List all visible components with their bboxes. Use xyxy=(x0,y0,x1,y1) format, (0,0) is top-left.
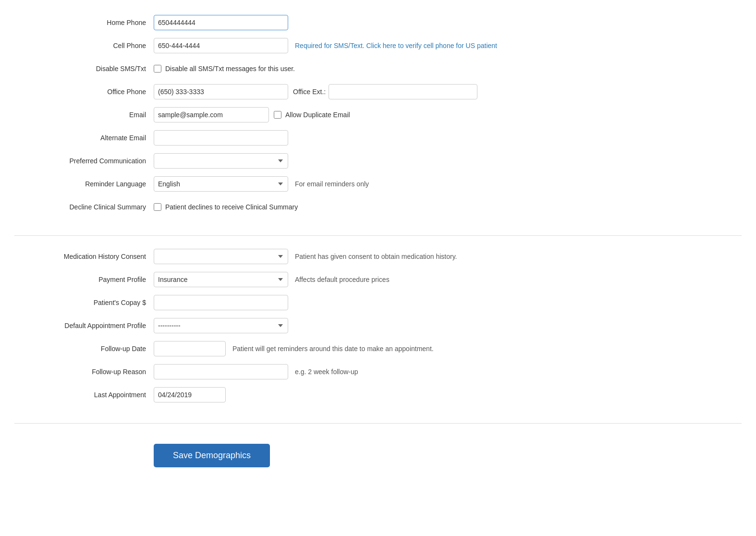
disable-sms-label: Disable SMS/Txt xyxy=(14,65,154,73)
medication-history-consent-hint: Patient has given consent to obtain medi… xyxy=(295,253,457,260)
patients-copay-input[interactable] xyxy=(154,295,288,310)
email-label: Email xyxy=(14,111,154,119)
followup-reason-hint: e.g. 2 week follow-up xyxy=(295,368,358,376)
cell-phone-input[interactable] xyxy=(154,38,288,53)
followup-date-row: Follow-up Date Patient will get reminder… xyxy=(14,341,742,357)
last-appointment-row: Last Appointment xyxy=(14,387,742,403)
followup-date-hint: Patient will get reminders around this d… xyxy=(232,345,434,353)
followup-reason-row: Follow-up Reason e.g. 2 week follow-up xyxy=(14,364,742,380)
preferred-communication-row: Preferred Communication Email Phone SMS/… xyxy=(14,153,742,169)
followup-date-label: Follow-up Date xyxy=(14,345,154,353)
alternate-email-row: Alternate Email xyxy=(14,130,742,146)
allow-duplicate-email-label[interactable]: Allow Duplicate Email xyxy=(274,111,350,119)
reminder-language-row: Reminder Language English Spanish French… xyxy=(14,176,742,192)
preferred-communication-select[interactable]: Email Phone SMS/Text Portal xyxy=(154,153,288,169)
office-phone-label: Office Phone xyxy=(14,88,154,96)
last-appointment-input[interactable] xyxy=(154,387,226,402)
sms-verify-link[interactable]: Required for SMS/Text. Click here to ver… xyxy=(295,42,497,49)
last-appointment-label: Last Appointment xyxy=(14,391,154,399)
default-appointment-profile-label: Default Appointment Profile xyxy=(14,322,154,329)
payment-profile-hint: Affects default procedure prices xyxy=(295,276,390,283)
home-phone-input[interactable] xyxy=(154,15,288,30)
reminder-language-hint: For email reminders only xyxy=(295,180,369,188)
cell-phone-label: Cell Phone xyxy=(14,42,154,49)
alternate-email-label: Alternate Email xyxy=(14,134,154,142)
decline-clinical-summary-checkbox-label[interactable]: Patient declines to receive Clinical Sum… xyxy=(154,203,298,211)
default-appointment-profile-select[interactable]: ---------- xyxy=(154,318,288,333)
office-phone-row: Office Phone Office Ext.: xyxy=(14,84,742,100)
email-input[interactable] xyxy=(154,107,269,122)
disable-sms-checkbox-label[interactable]: Disable all SMS/Txt messages for this us… xyxy=(154,65,295,73)
reminder-language-select[interactable]: English Spanish French Portuguese Chines… xyxy=(154,176,288,192)
allow-duplicate-email-checkbox[interactable] xyxy=(274,111,281,119)
cell-phone-row: Cell Phone Required for SMS/Text. Click … xyxy=(14,37,742,54)
office-ext-label: Office Ext.: xyxy=(293,88,326,96)
office-ext-input[interactable] xyxy=(329,84,477,99)
email-row: Email Allow Duplicate Email xyxy=(14,107,742,123)
payment-profile-row: Payment Profile Insurance Self Pay Slidi… xyxy=(14,271,742,288)
payment-profile-select[interactable]: Insurance Self Pay Sliding Scale xyxy=(154,272,288,287)
followup-reason-input[interactable] xyxy=(154,364,288,379)
decline-clinical-summary-checkbox[interactable] xyxy=(154,203,161,211)
medication-history-consent-label: Medication History Consent xyxy=(14,253,154,260)
medication-history-consent-select[interactable]: Yes No xyxy=(154,249,288,264)
disable-sms-text: Disable all SMS/Txt messages for this us… xyxy=(165,65,295,73)
disable-sms-row: Disable SMS/Txt Disable all SMS/Txt mess… xyxy=(14,61,742,77)
decline-clinical-summary-label: Decline Clinical Summary xyxy=(14,203,154,211)
preferred-communication-label: Preferred Communication xyxy=(14,157,154,165)
office-phone-input[interactable] xyxy=(154,84,288,99)
decline-clinical-summary-text: Patient declines to receive Clinical Sum… xyxy=(165,203,298,211)
disable-sms-checkbox[interactable] xyxy=(154,65,161,73)
home-phone-row: Home Phone xyxy=(14,14,742,31)
decline-clinical-summary-row: Decline Clinical Summary Patient decline… xyxy=(14,199,742,215)
home-phone-label: Home Phone xyxy=(14,19,154,26)
section-divider xyxy=(14,235,742,236)
medication-history-consent-row: Medication History Consent Yes No Patien… xyxy=(14,248,742,265)
default-appointment-profile-row: Default Appointment Profile ---------- xyxy=(14,317,742,334)
alternate-email-input[interactable] xyxy=(154,130,288,146)
allow-duplicate-email-text: Allow Duplicate Email xyxy=(285,111,350,119)
payment-profile-label: Payment Profile xyxy=(14,276,154,283)
reminder-language-label: Reminder Language xyxy=(14,180,154,188)
patients-copay-row: Patient's Copay $ xyxy=(14,294,742,311)
patients-copay-label: Patient's Copay $ xyxy=(14,299,154,306)
bottom-divider xyxy=(14,423,742,424)
followup-reason-label: Follow-up Reason xyxy=(14,368,154,376)
followup-date-input[interactable] xyxy=(154,341,226,356)
save-demographics-button[interactable]: Save Demographics xyxy=(154,444,270,467)
